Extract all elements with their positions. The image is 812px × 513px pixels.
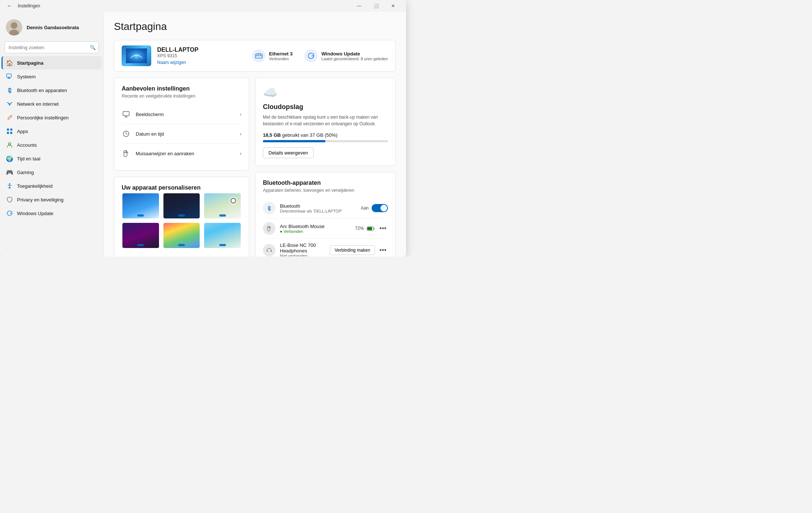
titlebar: ← Instellingen — ⬜ ✕: [0, 0, 406, 12]
settings-item-datum[interactable]: Datum en tijd ›: [122, 124, 241, 144]
sidebar-item-bluetooth[interactable]: Bluetooth en apparaten: [1, 84, 102, 97]
sidebar-item-label: Bluetooth en apparaten: [17, 88, 67, 93]
update-sub: Laatst gecontroleerd: 8 uren geleden: [321, 57, 388, 61]
bluetooth-title: Bluetooth-apparaten: [263, 180, 388, 186]
theme-colorful[interactable]: [163, 222, 201, 249]
storage-fill: [263, 140, 325, 142]
device-name: DELL-LAPTOP: [157, 47, 246, 53]
sidebar-item-netwerk[interactable]: Netwerk en internet: [1, 97, 102, 111]
privacy-icon: [6, 196, 13, 203]
sidebar-item-apps[interactable]: Apps: [1, 125, 102, 138]
content-grid: Aanbevolen instellingen Recente en veelg…: [114, 78, 396, 256]
back-button[interactable]: ←: [4, 1, 15, 11]
maximize-button[interactable]: ⬜: [368, 0, 385, 12]
sidebar-item-toegankelijkheid[interactable]: Toegankelijkheid: [1, 179, 102, 193]
bt-right-mouse: 72% •••: [355, 224, 388, 233]
cloud-details-button[interactable]: Details weergeven: [263, 147, 314, 158]
headphone-device-icon: [263, 244, 275, 256]
bt-info-bluetooth: Bluetooth Detecteerbaar als 'DELL-LAPTOP…: [280, 203, 356, 213]
mouse-icon: [122, 149, 131, 158]
svg-point-1: [11, 22, 17, 29]
cloud-desc: Met de beschikbare opslag kunt u een bac…: [263, 114, 388, 127]
sidebar-item-systeem[interactable]: Systeem: [1, 70, 102, 83]
device-banner: DELL-LAPTOP XPS 9315 Naam wijzigen Ether…: [114, 40, 396, 72]
theme-blue[interactable]: [122, 193, 160, 219]
right-column: ☁️ Cloudopslag Met de beschikbare opslag…: [255, 78, 396, 256]
svg-rect-4: [8, 78, 10, 78]
cloud-card: ☁️ Cloudopslag Met de beschikbare opslag…: [255, 78, 396, 166]
settings-item-muis[interactable]: Muisaanwijzer en aanraken ›: [122, 144, 241, 163]
window-title: Instellingen: [18, 3, 348, 9]
theme-indicator: [219, 214, 226, 217]
sidebar-item-gaming[interactable]: 🎮 Gaming: [1, 166, 102, 179]
svg-rect-19: [123, 112, 129, 116]
home-icon: 🏠: [6, 59, 13, 67]
theme-nature[interactable]: [203, 193, 241, 219]
cloud-icon: ☁️: [263, 85, 388, 99]
theme-indicator: [219, 244, 226, 246]
bt-right-bluetooth: Aan: [361, 204, 388, 212]
sidebar-item-label: Accounts: [17, 142, 37, 148]
update-status: Windows Update Laatst gecontroleerd: 8 u…: [304, 49, 388, 62]
theme-indicator: [178, 214, 185, 217]
sidebar-item-label: Systeem: [17, 74, 36, 79]
accessibility-icon: [6, 182, 13, 190]
recommended-title: Aanbevolen instellingen: [122, 85, 241, 92]
bt-status: ● Verbonden: [280, 229, 351, 234]
theme-indicator: [137, 244, 144, 246]
sidebar-item-windows-update[interactable]: Windows Update: [1, 207, 102, 220]
sidebar-item-label: Toegankelijkheid: [17, 183, 53, 189]
settings-item-beeldscherm[interactable]: Beeldscherm ›: [122, 105, 241, 124]
sidebar: Dennis Gandasoebrata 🔍 🏠 Startpagina Sys…: [0, 12, 104, 256]
themes-grid: [122, 193, 241, 249]
bluetooth-card: Bluetooth-apparaten Apparaten beheren, t…: [255, 172, 396, 256]
window-controls: — ⬜ ✕: [351, 0, 402, 12]
theme-dark[interactable]: [163, 193, 201, 219]
headphone-more-button[interactable]: •••: [378, 246, 388, 255]
svg-rect-7: [7, 129, 9, 130]
window-body: Dennis Gandasoebrata 🔍 🏠 Startpagina Sys…: [0, 12, 406, 256]
minimize-button[interactable]: —: [351, 0, 368, 12]
bluetooth-device-icon: [263, 202, 275, 214]
svg-point-11: [9, 143, 11, 145]
left-column: Aanbevolen instellingen Recente en veelg…: [114, 78, 249, 256]
sidebar-item-privacy[interactable]: Privacy en beveiliging: [1, 193, 102, 206]
update-label: Windows Update: [321, 51, 388, 57]
sidebar-item-label: Windows Update: [17, 211, 53, 216]
recommended-subtitle: Recente en veelgebruikte instellingen: [122, 94, 241, 99]
mouse-more-button[interactable]: •••: [378, 224, 388, 233]
theme-purple[interactable]: [122, 222, 160, 249]
search-input[interactable]: [4, 41, 99, 53]
device-model: XPS 9315: [157, 53, 246, 58]
close-button[interactable]: ✕: [385, 0, 402, 12]
svg-rect-25: [271, 251, 272, 252]
sidebar-item-tijd[interactable]: 🌍 Tijd en taal: [1, 152, 102, 165]
device-image: [122, 45, 151, 66]
sidebar-item-label: Privacy en beveiliging: [17, 197, 64, 203]
toggle-label: Aan: [361, 205, 369, 211]
personalize-title: Uw apparaat personaliseren: [122, 184, 241, 191]
item-label: Datum en tijd: [136, 131, 234, 137]
theme-coastal[interactable]: [203, 222, 241, 249]
device-rename-link[interactable]: Naam wijzigen: [157, 60, 186, 65]
connected-dot: ●: [280, 229, 284, 234]
arrow-icon: ›: [240, 131, 241, 137]
search-icon: 🔍: [90, 45, 96, 50]
svg-point-6: [9, 105, 10, 106]
recommended-card: Aanbevolen instellingen Recente en veelg…: [114, 78, 249, 171]
bluetooth-toggle[interactable]: [372, 204, 388, 212]
ethernet-label: Ethernet 3: [269, 51, 293, 57]
sidebar-search[interactable]: 🔍: [4, 41, 99, 53]
svg-rect-23: [368, 227, 372, 230]
connect-button[interactable]: Verbinding maken: [330, 245, 375, 255]
bt-item-headphones: LE-Bose NC 700 Headphones Niet verbonden…: [263, 239, 388, 256]
sidebar-item-persoonlijk[interactable]: Persoonlijke instellingen: [1, 111, 102, 124]
page-title: Startpagina: [114, 21, 396, 33]
sidebar-item-startpagina[interactable]: 🏠 Startpagina: [1, 56, 102, 69]
svg-point-14: [134, 54, 138, 58]
sidebar-item-accounts[interactable]: Accounts: [1, 138, 102, 152]
arrow-icon: ›: [240, 111, 241, 117]
settings-list: Beeldscherm › Datum en tijd ›: [122, 105, 241, 163]
display-icon: [122, 110, 131, 119]
svg-rect-15: [255, 54, 262, 58]
